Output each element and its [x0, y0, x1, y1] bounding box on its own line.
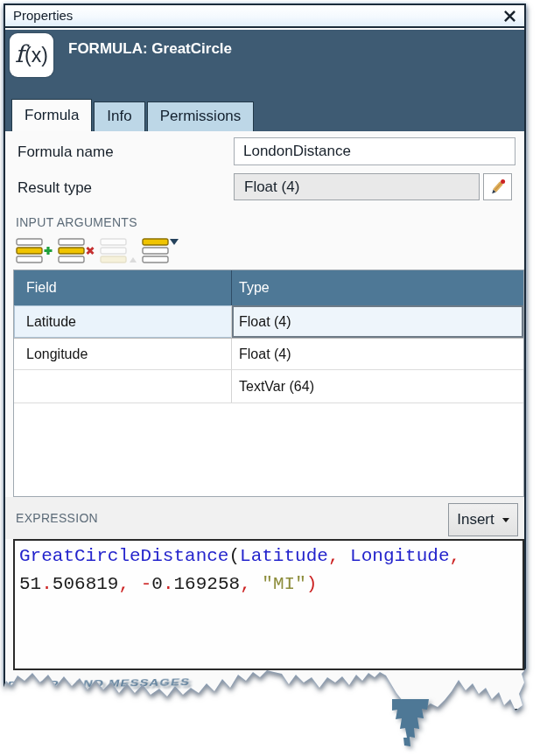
table-row[interactable]: Latitude Float (4)	[14, 305, 523, 339]
table-row[interactable]: Longitude Float (4)	[14, 339, 523, 370]
result-type-value: Float (4)	[234, 173, 480, 200]
delete-argument-icon[interactable]	[58, 238, 96, 264]
page: Properties f(x) FORMULA: GreatCircle For…	[0, 0, 540, 756]
formula-name-label: Formula name	[18, 144, 114, 161]
header-title: FORMULA: GreatCircle	[68, 40, 232, 58]
table-header-row: Field Type	[14, 270, 523, 305]
cell-field[interactable]: Latitude	[14, 305, 232, 338]
tab-info[interactable]: Info	[94, 102, 144, 131]
edit-result-type-button[interactable]	[483, 173, 512, 200]
pencil-icon	[489, 178, 507, 196]
tab-permissions[interactable]: Permissions	[147, 102, 255, 131]
formula-name-input[interactable]	[234, 137, 515, 165]
arguments-toolbar	[16, 238, 184, 266]
titlebar: Properties	[5, 5, 524, 28]
window-title: Properties	[13, 8, 73, 23]
torn-fragment	[389, 698, 434, 751]
cell-type[interactable]: TextVar (64)	[232, 370, 523, 402]
tab-bar: Formula Info Permissions	[11, 99, 256, 131]
header-band: f(x) FORMULA: GreatCircle Formula Info P…	[5, 30, 524, 131]
torn-edge-clip: Properties f(x) FORMULA: GreatCircle For…	[0, 0, 540, 756]
tab-formula[interactable]: Formula	[11, 99, 92, 131]
properties-window: Properties f(x) FORMULA: GreatCircle For…	[4, 4, 526, 710]
table-row[interactable]: TextVar (64)	[14, 370, 523, 403]
cell-type[interactable]: Float (4)	[232, 305, 523, 338]
column-header-field[interactable]: Field	[14, 270, 232, 305]
cell-field[interactable]: Longitude	[14, 339, 232, 369]
cell-type[interactable]: Float (4)	[232, 339, 523, 369]
arguments-table: Field Type Latitude Float (4) Longitude …	[13, 270, 524, 497]
window-shadow: Properties f(x) FORMULA: GreatCircle For…	[0, 0, 540, 756]
argument-menu-icon[interactable]	[142, 238, 180, 264]
result-type-label: Result type	[18, 179, 92, 197]
chevron-down-icon	[502, 518, 509, 522]
cell-field[interactable]	[14, 370, 232, 402]
add-argument-icon[interactable]	[16, 238, 54, 264]
column-header-type[interactable]: Type	[232, 270, 523, 305]
expression-label: EXPRESSION	[16, 511, 98, 525]
close-icon[interactable]	[503, 10, 516, 23]
input-arguments-label: INPUT ARGUMENTS	[16, 215, 137, 229]
expression-code[interactable]: GreatCircleDistance(Latitude, Longitude,…	[13, 539, 524, 670]
formula-icon: f(x)	[10, 33, 53, 77]
move-argument-icon[interactable]	[100, 238, 138, 264]
insert-button[interactable]: Insert	[448, 503, 518, 536]
